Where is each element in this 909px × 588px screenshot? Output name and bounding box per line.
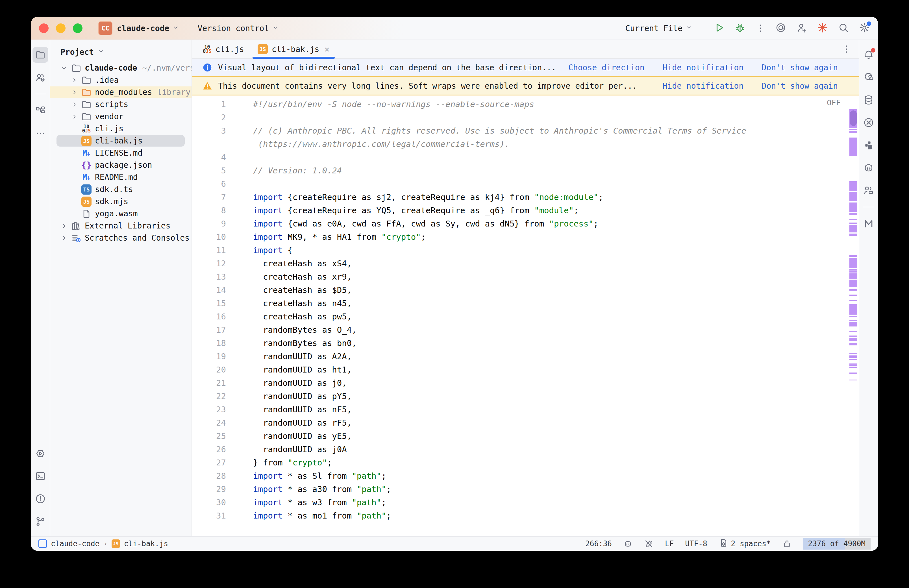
vcs-change-mark (849, 192, 857, 201)
encoding-widget[interactable]: UTF-8 (685, 540, 707, 548)
highlighting-off-indicator[interactable]: OFF (827, 98, 841, 107)
banner-link[interactable]: Don't show again (762, 81, 838, 90)
tree-item-vendor[interactable]: vendor (50, 110, 192, 123)
code-line: 4 (192, 151, 859, 164)
tree-item-claude-code[interactable]: claude-code~/.nvm/vers (50, 62, 192, 74)
tree-item-yoga.wasm[interactable]: yoga.wasm (50, 208, 192, 220)
line-number: 13 (192, 270, 250, 284)
vcs-menu[interactable]: Version control (197, 24, 279, 33)
editor-banner-info: Visual layout of bidirectional text can … (192, 59, 859, 76)
code-line: 3// (c) Anthropic PBC. All rights reserv… (192, 124, 859, 137)
tree-item-cli.js[interactable]: 100JScli.js (50, 123, 192, 135)
tree-item-LICENSE.md[interactable]: M↓LICENSE.md (50, 147, 192, 159)
settings-button[interactable] (859, 22, 870, 33)
ai-at-button[interactable] (775, 22, 786, 33)
tree-chevron-icon[interactable] (69, 76, 80, 84)
tab-cli.js[interactable]: 100JS cli.js (196, 40, 251, 58)
tab-cli-bak.js[interactable]: JS cli-bak.js × (251, 40, 336, 58)
copilot-tool-button[interactable] (861, 160, 877, 176)
file-file-icon (80, 209, 93, 219)
ai-assistant-button[interactable] (861, 69, 877, 85)
code-with-me-button[interactable] (861, 183, 877, 198)
tree-chevron-icon[interactable] (69, 101, 80, 108)
breadcrumb-project[interactable]: claude-code (51, 540, 99, 548)
close-tab-icon[interactable]: × (324, 44, 329, 54)
zoom-window-button[interactable] (73, 23, 82, 33)
vcs-change-mark (849, 213, 857, 215)
tree-item-node_modules[interactable]: node_moduleslibrary (50, 86, 192, 98)
tab-options-kebab[interactable] (834, 44, 859, 54)
burst-button[interactable] (817, 22, 828, 33)
code-line: 27} from "crypto"; (192, 456, 859, 469)
tree-item-cli-bak.js[interactable]: JScli-bak.js (50, 135, 192, 147)
code-line: 28import * as Sl from "path"; (192, 469, 859, 483)
tree-chevron-icon[interactable] (69, 113, 80, 120)
minimize-window-button[interactable] (56, 23, 66, 33)
pull-requests-button[interactable] (32, 69, 48, 85)
tree-item-External Libraries[interactable]: External Libraries (50, 220, 192, 232)
line-separator-widget[interactable]: LF (665, 540, 674, 548)
more-tools-button[interactable] (32, 125, 48, 141)
m-plugin-button[interactable] (861, 216, 877, 232)
more-kebab-button[interactable] (755, 23, 765, 33)
code-line: 25 randomUUID as yE5, (192, 430, 859, 443)
vcs-change-mark (849, 300, 857, 301)
caret-position-widget[interactable]: 266:36 (585, 540, 612, 548)
line-number: 14 (192, 284, 250, 297)
debug-bug-button[interactable] (735, 22, 746, 33)
line-number: 19 (192, 350, 250, 363)
git-tool-button[interactable] (32, 514, 48, 529)
code-line: 19 randomUUID as A2A, (192, 350, 859, 363)
memory-indicator[interactable]: 2376 of 4900M (803, 538, 871, 549)
x-plugin-button[interactable] (861, 115, 877, 131)
line-number: 1 (192, 98, 250, 111)
banner-link[interactable]: Choose direction (568, 63, 644, 72)
project-panel-header[interactable]: Project (50, 40, 192, 62)
vcs-scrollbar-stripe[interactable] (849, 95, 858, 536)
folder-file-icon (80, 99, 93, 110)
run-configuration-selector[interactable]: Current File (625, 24, 693, 33)
copilot-status-widget[interactable] (623, 539, 633, 548)
structure-tool-button[interactable] (32, 103, 48, 119)
vcs-change-mark (849, 131, 857, 133)
problems-tool-button[interactable] (32, 491, 48, 507)
notifications-button[interactable] (861, 47, 877, 63)
line-number: 10 (192, 231, 250, 244)
tree-item-Scratches and Consoles[interactable]: Scratches and Consoles (50, 232, 192, 244)
tree-item-sdk.mjs[interactable]: JSsdk.mjs (50, 195, 192, 208)
banner-link[interactable]: Don't show again (762, 63, 838, 72)
chevron-down-icon (172, 24, 179, 33)
code-editor[interactable]: OFF 1#!/usr/bin/env -S node --no-warning… (192, 95, 859, 536)
project-menu[interactable]: claude-code (117, 24, 179, 33)
close-window-button[interactable] (39, 23, 48, 33)
run-play-button[interactable] (714, 22, 725, 33)
tree-chevron-icon[interactable] (59, 222, 69, 229)
tree-item-package.json[interactable]: {}package.json (50, 159, 192, 171)
line-number: 27 (192, 456, 250, 469)
tree-chevron-icon[interactable] (59, 65, 69, 72)
scrollbar-thumb[interactable] (850, 110, 857, 126)
tree-item-scripts[interactable]: scripts (50, 98, 192, 110)
services-tool-button[interactable] (32, 446, 48, 462)
tree-chevron-icon[interactable] (69, 89, 80, 96)
tree-chevron-icon[interactable] (59, 234, 69, 242)
tree-item-sdk.d.ts[interactable]: TSsdk.d.ts (50, 183, 192, 195)
search-button[interactable] (838, 22, 849, 33)
banner-link[interactable]: Hide notification (663, 63, 744, 72)
readonly-toggle-widget[interactable] (782, 539, 792, 548)
tree-item-extra: ~/.nvm/vers (142, 63, 192, 73)
line-number: 5 (192, 164, 250, 178)
database-tool-button[interactable] (861, 92, 877, 108)
tree-item-.idea[interactable]: .idea (50, 74, 192, 86)
add-user-button[interactable] (796, 22, 807, 33)
project-tool-button[interactable] (32, 47, 48, 63)
banner-link[interactable]: Hide notification (663, 81, 744, 90)
breadcrumb-file[interactable]: cli-bak.js (124, 540, 168, 548)
highlighting-level-widget[interactable] (644, 539, 654, 548)
stripe-divider (863, 207, 874, 207)
terminal-tool-button[interactable] (32, 468, 48, 484)
tree-item-README.md[interactable]: M↓README.md (50, 171, 192, 183)
plugin-tool-button[interactable] (861, 137, 877, 153)
indent-widget[interactable]: 2 spaces* (718, 538, 771, 549)
vcs-change-mark (849, 363, 857, 365)
